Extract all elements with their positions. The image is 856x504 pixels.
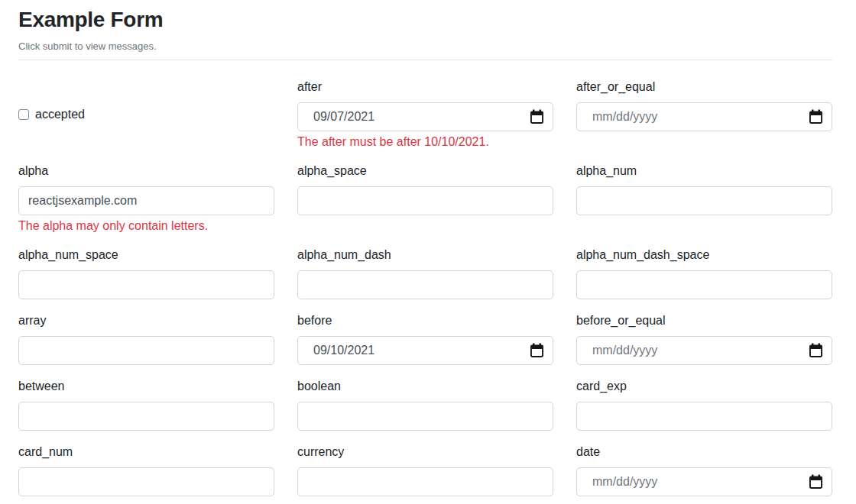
accepted-checkbox-label: accepted <box>35 105 85 124</box>
field-accepted: accepted <box>18 78 274 150</box>
after_or_equal-placeholder: mm/dd/yyyy <box>592 108 803 126</box>
page-title: Example Form <box>18 7 832 33</box>
field-currency: currency <box>297 443 553 496</box>
before-input[interactable]: 09/10/2021 <box>297 336 553 365</box>
alpha_space-input[interactable] <box>297 186 553 215</box>
card_num-label: card_num <box>18 443 274 461</box>
boolean-label: boolean <box>297 377 553 396</box>
field-alpha_num_dash_space: alpha_num_dash_space <box>576 246 832 299</box>
between-label: between <box>18 377 274 396</box>
array-input[interactable] <box>18 336 274 365</box>
alpha_num_dash_space-input[interactable] <box>576 270 832 299</box>
boolean-input[interactable] <box>297 402 553 431</box>
field-alpha_num: alpha_num <box>576 162 832 234</box>
calendar-icon[interactable] <box>530 109 543 124</box>
calendar-icon[interactable] <box>809 109 822 124</box>
field-alpha_space: alpha_space <box>297 162 553 234</box>
alpha_num_space-label: alpha_num_space <box>18 246 274 264</box>
alpha_num_dash-input[interactable] <box>297 270 553 299</box>
after-input[interactable]: 09/07/2021 <box>297 102 553 131</box>
alpha_num-input[interactable] <box>576 186 832 215</box>
alpha-label: alpha <box>18 162 274 180</box>
alpha_num-label: alpha_num <box>576 162 832 180</box>
alpha_num_dash-label: alpha_num_dash <box>297 246 553 264</box>
field-card_num: card_num <box>18 443 274 496</box>
currency-label: currency <box>297 443 553 461</box>
divider <box>18 60 832 60</box>
date-placeholder: mm/dd/yyyy <box>592 473 803 491</box>
field-boolean: boolean <box>297 377 553 431</box>
before-value: 09/10/2021 <box>313 341 524 360</box>
field-alpha_num_space: alpha_num_space <box>18 246 274 299</box>
page-container: Example Form Click submit to view messag… <box>0 0 856 504</box>
field-card_exp: card_exp <box>576 377 832 431</box>
card_exp-label: card_exp <box>576 377 832 396</box>
before_or_equal-label: before_or_equal <box>576 312 832 330</box>
card_num-input[interactable] <box>18 467 274 496</box>
field-before: before09/10/2021 <box>297 312 553 365</box>
field-array: array <box>18 312 274 365</box>
calendar-icon[interactable] <box>530 343 543 357</box>
before_or_equal-input[interactable]: mm/dd/yyyy <box>576 336 832 365</box>
field-alpha: alphaThe alpha may only contain letters. <box>18 162 274 234</box>
example-form: accepted after09/07/2021 The after must … <box>18 78 832 504</box>
calendar-icon[interactable] <box>809 343 822 357</box>
array-label: array <box>18 312 274 330</box>
alpha_num_dash_space-label: alpha_num_dash_space <box>576 246 832 264</box>
after-value: 09/07/2021 <box>313 108 524 126</box>
alpha_space-label: alpha_space <box>297 162 553 180</box>
date-label: date <box>576 443 832 461</box>
calendar-icon[interactable] <box>809 474 822 489</box>
date-input[interactable]: mm/dd/yyyy <box>576 467 832 496</box>
before-label: before <box>297 312 553 330</box>
page-subtitle: Click submit to view messages. <box>18 39 832 53</box>
field-date: datemm/dd/yyyy <box>576 443 832 496</box>
field-after_or_equal: after_or_equalmm/dd/yyyy <box>576 78 832 150</box>
after-error: The after must be after 10/10/2021. <box>297 134 553 150</box>
alpha-input[interactable] <box>18 186 274 215</box>
currency-input[interactable] <box>297 467 553 496</box>
field-after: after09/07/2021 The after must be after … <box>297 78 553 150</box>
alpha_num_space-input[interactable] <box>18 270 274 299</box>
after_or_equal-label: after_or_equal <box>576 78 832 96</box>
between-input[interactable] <box>18 402 274 431</box>
after_or_equal-input[interactable]: mm/dd/yyyy <box>576 102 832 131</box>
before_or_equal-placeholder: mm/dd/yyyy <box>592 341 803 360</box>
after-label: after <box>297 78 553 96</box>
field-alpha_num_dash: alpha_num_dash <box>297 246 553 299</box>
field-between: between <box>18 377 274 431</box>
accepted-checkbox[interactable] <box>18 109 29 120</box>
alpha-error: The alpha may only contain letters. <box>18 218 274 234</box>
field-before_or_equal: before_or_equalmm/dd/yyyy <box>576 312 832 365</box>
card_exp-input[interactable] <box>576 402 832 431</box>
